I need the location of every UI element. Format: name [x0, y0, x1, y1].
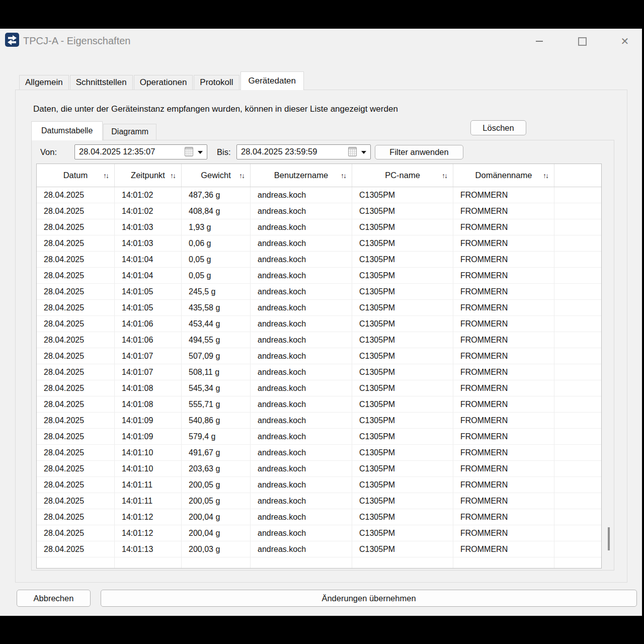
table-cell[interactable]: 494,55 g	[182, 332, 251, 348]
table-cell[interactable]: 200,05 g	[182, 477, 251, 493]
table-cell[interactable]: C1305PM	[352, 413, 453, 428]
table-cell[interactable]: 14:01:05	[115, 284, 182, 299]
table-cell[interactable]: 28.04.2025	[37, 445, 115, 460]
table-cell[interactable]: andreas.koch	[251, 509, 352, 525]
device-data-table[interactable]: Datum↑↓Zeitpunkt↑↓Gewicht↑↓Benutzername↑…	[36, 164, 602, 569]
table-cell[interactable]: 14:01:05	[115, 300, 182, 315]
table-cell[interactable]: andreas.koch	[251, 219, 352, 235]
table-cell[interactable]: FROMMERN	[453, 477, 554, 493]
table-cell[interactable]: FROMMERN	[453, 380, 554, 396]
tab-protokoll[interactable]: Protokoll	[194, 75, 239, 90]
table-cell[interactable]: 28.04.2025	[37, 332, 115, 348]
table-cell[interactable]: 28.04.2025	[37, 461, 115, 476]
table-cell[interactable]: 28.04.2025	[37, 348, 115, 364]
table-cell[interactable]: FROMMERN	[453, 316, 554, 332]
column-header-datum[interactable]: Datum↑↓	[37, 164, 115, 187]
table-cell[interactable]: andreas.koch	[251, 429, 352, 444]
table-cell[interactable]: 545,34 g	[182, 380, 251, 396]
table-cell[interactable]: FROMMERN	[453, 300, 554, 315]
table-cell[interactable]: 14:01:07	[115, 348, 182, 364]
table-cell[interactable]: 14:01:10	[115, 445, 182, 460]
table-cell[interactable]: FROMMERN	[453, 429, 554, 444]
table-cell[interactable]: C1305PM	[352, 284, 453, 299]
table-cell[interactable]: C1305PM	[352, 300, 453, 315]
table-cell[interactable]: 14:01:08	[115, 380, 182, 396]
sort-icon[interactable]: ↑↓	[170, 172, 175, 180]
table-cell[interactable]: FROMMERN	[453, 493, 554, 509]
table-row[interactable]: 28.04.202514:01:05435,58 gandreas.kochC1…	[37, 300, 601, 316]
subtab-diagramm[interactable]: Diagramm	[103, 124, 156, 140]
table-cell[interactable]: 200,04 g	[182, 509, 251, 525]
table-row[interactable]: 28.04.202514:01:09540,86 gandreas.kochC1…	[37, 413, 601, 429]
table-cell[interactable]: FROMMERN	[453, 396, 554, 412]
table-cell[interactable]: C1305PM	[352, 219, 453, 235]
close-button[interactable]: ✕	[613, 30, 636, 53]
table-cell[interactable]: andreas.koch	[251, 300, 352, 315]
abbrechen-button[interactable]: Abbrechen	[17, 590, 91, 607]
table-cell[interactable]: C1305PM	[352, 235, 453, 251]
table-cell[interactable]: andreas.koch	[251, 445, 352, 460]
sort-icon[interactable]: ↑↓	[442, 172, 447, 180]
table-cell[interactable]: 14:01:02	[115, 203, 182, 219]
tab-operationen[interactable]: Operationen	[134, 75, 193, 90]
table-cell[interactable]: andreas.koch	[251, 380, 352, 396]
table-cell[interactable]: C1305PM	[352, 187, 453, 203]
table-row[interactable]: 28.04.202514:01:10203,63 gandreas.kochC1…	[37, 461, 601, 477]
calendar-icon[interactable]	[185, 147, 193, 156]
table-row[interactable]: 28.04.202514:01:11200,05 gandreas.kochC1…	[37, 493, 601, 509]
table-cell[interactable]: C1305PM	[352, 396, 453, 412]
bis-datetime-input[interactable]: 28.04.2025 23:59:59	[236, 144, 371, 159]
table-cell[interactable]: FROMMERN	[453, 445, 554, 460]
table-cell[interactable]: 508,11 g	[182, 364, 251, 380]
table-cell[interactable]: 14:01:09	[115, 413, 182, 428]
table-cell[interactable]: 453,44 g	[182, 316, 251, 332]
table-cell[interactable]: C1305PM	[352, 316, 453, 332]
maximize-button[interactable]	[571, 30, 594, 53]
table-cell[interactable]: FROMMERN	[453, 219, 554, 235]
table-cell[interactable]: 14:01:04	[115, 268, 182, 283]
table-cell[interactable]: C1305PM	[352, 493, 453, 509]
table-cell[interactable]: 14:01:11	[115, 477, 182, 493]
table-cell[interactable]: C1305PM	[352, 429, 453, 444]
table-cell[interactable]: 28.04.2025	[37, 203, 115, 219]
table-cell[interactable]: FROMMERN	[453, 413, 554, 428]
tab-schnittstellen[interactable]: Schnittstellen	[70, 75, 133, 90]
table-cell[interactable]: 28.04.2025	[37, 252, 115, 267]
table-cell[interactable]: 14:01:02	[115, 187, 182, 203]
table-row[interactable]: 28.04.202514:01:06453,44 gandreas.kochC1…	[37, 316, 601, 332]
column-header-benutzername[interactable]: Benutzername↑↓	[251, 164, 352, 187]
table-cell[interactable]: andreas.koch	[251, 268, 352, 283]
table-cell[interactable]: 200,05 g	[182, 493, 251, 509]
table-cell[interactable]: FROMMERN	[453, 187, 554, 203]
table-cell[interactable]: FROMMERN	[453, 541, 554, 557]
table-cell[interactable]: 435,58 g	[182, 300, 251, 315]
table-cell[interactable]: 408,84 g	[182, 203, 251, 219]
table-cell[interactable]: 28.04.2025	[37, 364, 115, 380]
table-cell[interactable]: 491,67 g	[182, 445, 251, 460]
table-cell[interactable]: andreas.koch	[251, 316, 352, 332]
table-cell[interactable]: C1305PM	[352, 477, 453, 493]
table-cell[interactable]: 28.04.2025	[37, 219, 115, 235]
filter-anwenden-button[interactable]: Filter anwenden	[375, 145, 463, 159]
table-row[interactable]: 28.04.202514:01:07507,09 gandreas.kochC1…	[37, 348, 601, 364]
table-row[interactable]: 28.04.202514:01:09579,4 gandreas.kochC13…	[37, 429, 601, 445]
table-cell[interactable]: 14:01:07	[115, 364, 182, 380]
table-cell[interactable]: 507,09 g	[182, 348, 251, 364]
table-cell[interactable]: 14:01:03	[115, 219, 182, 235]
table-cell[interactable]: 579,4 g	[182, 429, 251, 444]
table-cell[interactable]: andreas.koch	[251, 396, 352, 412]
table-cell[interactable]: 14:01:06	[115, 316, 182, 332]
table-cell[interactable]: 14:01:11	[115, 493, 182, 509]
table-cell[interactable]: FROMMERN	[453, 348, 554, 364]
table-cell[interactable]: 28.04.2025	[37, 235, 115, 251]
sort-icon[interactable]: ↑↓	[239, 172, 244, 180]
table-cell[interactable]: 28.04.2025	[37, 477, 115, 493]
table-scrollbar-thumb[interactable]	[608, 527, 610, 550]
table-cell[interactable]: C1305PM	[352, 268, 453, 283]
table-row[interactable]: 28.04.202514:01:12200,04 gandreas.kochC1…	[37, 525, 601, 541]
calendar-icon[interactable]	[348, 147, 357, 156]
subtab-datumstabelle[interactable]: Datumstabelle	[31, 121, 103, 140]
table-row[interactable]: 28.04.202514:01:13200,03 gandreas.kochC1…	[37, 541, 601, 557]
sort-icon[interactable]: ↑↓	[543, 172, 548, 180]
column-header-gewicht[interactable]: Gewicht↑↓	[182, 164, 251, 187]
